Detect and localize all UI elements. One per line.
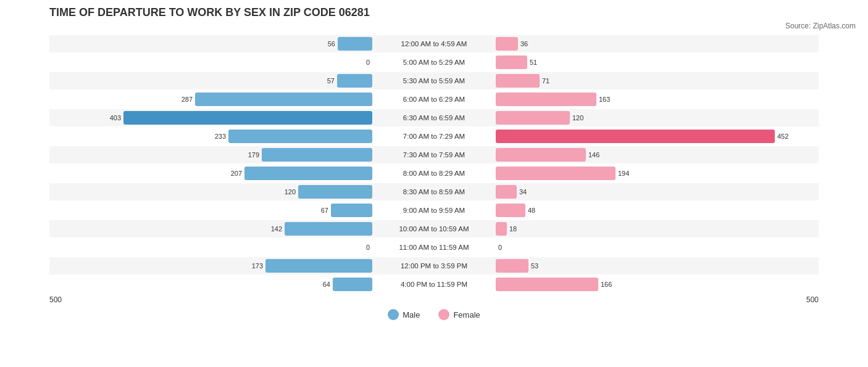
bar-right-container: 51 [496, 56, 819, 69]
male-value: 57 [317, 77, 335, 85]
male-value: 207 [225, 170, 242, 177]
female-bar [496, 111, 570, 125]
time-label: 7:00 AM to 7:29 AM [372, 133, 496, 140]
male-bar [337, 74, 372, 88]
male-bar [338, 37, 372, 51]
bar-left-container: 0 [49, 241, 372, 254]
table-row: 120 8:30 AM to 8:59 AM 34 [49, 183, 819, 200]
table-row: 0 5:00 AM to 5:29 AM 51 [49, 54, 819, 71]
female-value: 51 [530, 59, 547, 66]
table-row: 67 9:00 AM to 9:59 AM 48 [49, 202, 819, 219]
male-bar [244, 167, 372, 180]
male-bar [331, 204, 372, 217]
bar-left-container: 403 [49, 111, 372, 125]
legend: Male Female [12, 309, 856, 320]
female-value: 48 [528, 207, 545, 214]
time-label: 6:00 AM to 6:29 AM [372, 96, 496, 103]
male-bar [262, 148, 372, 162]
male-value: 142 [265, 225, 282, 233]
table-row: 64 4:00 PM to 11:59 PM 166 [49, 276, 819, 293]
time-label: 4:00 PM to 11:59 PM [372, 281, 496, 288]
time-label: 5:00 AM to 5:29 AM [372, 59, 496, 66]
legend-female: Female [438, 309, 480, 320]
male-value: 64 [313, 281, 330, 288]
legend-male: Male [388, 309, 420, 320]
time-label: 8:30 AM to 8:59 AM [372, 188, 496, 196]
male-bar [298, 185, 372, 199]
bar-right-container: 34 [496, 185, 819, 199]
male-value: 0 [353, 244, 370, 251]
female-bar [496, 37, 518, 51]
time-label: 12:00 PM to 3:59 PM [372, 262, 496, 270]
table-row: 56 12:00 AM to 4:59 AM 36 [49, 35, 819, 52]
bar-left-container: 142 [49, 222, 372, 236]
bar-right-container: 166 [496, 278, 819, 291]
male-bar [123, 111, 372, 125]
legend-female-box [438, 309, 449, 320]
axis-right: 500 [806, 295, 819, 304]
female-bar [496, 278, 598, 291]
female-value: 18 [509, 225, 527, 233]
female-bar [496, 148, 586, 162]
bar-left-container: 233 [49, 130, 372, 143]
table-row: 179 7:30 AM to 7:59 AM 146 [49, 146, 819, 163]
legend-male-box [388, 309, 399, 320]
bar-left-container: 207 [49, 167, 372, 180]
chart-area: 56 12:00 AM to 4:59 AM 36 0 5:00 AM to 5… [12, 35, 856, 293]
female-bar [496, 56, 527, 69]
female-bar [496, 185, 517, 199]
bar-right-container: 146 [496, 148, 819, 162]
female-bar [496, 74, 540, 88]
time-label: 5:30 AM to 5:59 AM [372, 77, 496, 85]
bar-right-container: 48 [496, 204, 819, 217]
time-label: 10:00 AM to 10:59 AM [372, 225, 496, 233]
time-label: 11:00 AM to 11:59 AM [372, 244, 496, 251]
male-value: 120 [278, 188, 296, 196]
bar-left-container: 173 [49, 259, 372, 273]
table-row: 233 7:00 AM to 7:29 AM 452 [49, 128, 819, 145]
female-bar [496, 130, 775, 143]
female-bar [496, 259, 528, 273]
time-label: 6:30 AM to 6:59 AM [372, 114, 496, 122]
bar-left-container: 120 [49, 185, 372, 199]
table-row: 403 6:30 AM to 6:59 AM 120 [49, 109, 819, 126]
female-bar [496, 93, 596, 106]
male-bar [195, 93, 372, 106]
time-label: 8:00 AM to 8:29 AM [372, 170, 496, 177]
female-bar [496, 167, 616, 180]
male-value: 233 [209, 133, 226, 140]
axis-labels: 500 500 [12, 295, 856, 304]
female-value: 194 [618, 170, 635, 177]
rows-container: 56 12:00 AM to 4:59 AM 36 0 5:00 AM to 5… [49, 35, 819, 293]
female-value: 120 [572, 114, 590, 122]
male-value: 403 [104, 114, 121, 122]
table-row: 207 8:00 AM to 8:29 AM 194 [49, 165, 819, 182]
bar-right-container: 18 [496, 222, 819, 236]
female-value: 36 [520, 40, 538, 47]
time-label: 12:00 AM to 4:59 AM [372, 40, 496, 47]
bar-right-container: 194 [496, 167, 819, 180]
male-value: 56 [318, 40, 335, 47]
bar-right-container: 36 [496, 37, 819, 51]
source-label: Source: ZipAtlas.com [12, 22, 856, 30]
bar-left-container: 57 [49, 74, 372, 88]
male-bar [265, 259, 372, 273]
male-value: 67 [311, 207, 328, 214]
chart-title: TIME OF DEPARTURE TO WORK BY SEX IN ZIP … [12, 6, 856, 19]
table-row: 173 12:00 PM to 3:59 PM 53 [49, 257, 819, 274]
female-value: 0 [498, 244, 515, 251]
bar-right-container: 452 [496, 130, 819, 143]
bar-left-container: 0 [49, 56, 372, 69]
table-row: 57 5:30 AM to 5:59 AM 71 [49, 72, 819, 89]
male-value: 173 [246, 262, 263, 270]
male-value: 179 [242, 151, 259, 159]
bar-right-container: 163 [496, 93, 819, 106]
male-bar [285, 222, 372, 236]
table-row: 0 11:00 AM to 11:59 AM 0 [49, 239, 819, 256]
female-value: 452 [777, 133, 795, 140]
table-row: 142 10:00 AM to 10:59 AM 18 [49, 220, 819, 237]
bar-right-container: 71 [496, 74, 819, 88]
female-value: 166 [601, 281, 618, 288]
female-value: 146 [588, 151, 606, 159]
time-label: 7:30 AM to 7:59 AM [372, 151, 496, 159]
